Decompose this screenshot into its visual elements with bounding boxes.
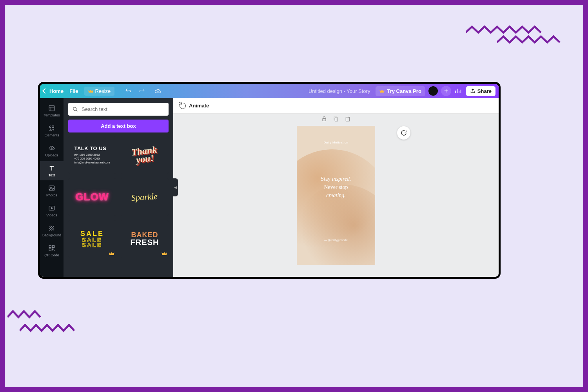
elements-icon: [48, 124, 56, 132]
decoration-zigzag: [466, 25, 544, 34]
rail-templates[interactable]: Templates: [40, 101, 64, 120]
svg-rect-8: [49, 249, 51, 251]
template-line: SALE: [82, 241, 102, 248]
template-text: GLOW: [76, 191, 109, 203]
template-line: you!: [132, 154, 158, 165]
svg-point-1: [49, 126, 51, 128]
videos-icon: [48, 204, 56, 212]
rail-elements[interactable]: Elements: [40, 121, 64, 140]
rail-label: Photos: [46, 193, 57, 197]
rail-photos[interactable]: Photos: [40, 181, 64, 200]
home-label: Home: [49, 88, 64, 94]
file-menu[interactable]: File: [69, 88, 78, 94]
page-tools: [321, 116, 351, 122]
rail-label: Uploads: [45, 153, 58, 157]
design-page[interactable]: Daily Motivation Stay inspired. Never st…: [297, 126, 375, 265]
create-button[interactable]: +: [441, 86, 451, 96]
side-rail: Templates Elements Uploads Text Photos V…: [40, 98, 64, 277]
page-body-text: Stay inspired. Never stop creating.: [297, 175, 375, 200]
rail-videos[interactable]: Videos: [40, 201, 64, 220]
svg-point-9: [73, 107, 76, 110]
qr-icon: [48, 244, 56, 252]
rail-label: Text: [49, 173, 55, 177]
crown-icon: [88, 89, 93, 93]
cloud-sync-icon[interactable]: [154, 87, 162, 95]
pro-badge-icon: [162, 251, 167, 256]
decoration-zigzag: [497, 35, 564, 44]
rail-label: Elements: [44, 133, 59, 137]
svg-rect-0: [49, 105, 54, 111]
text-template-thankyou[interactable]: Thank you!: [121, 136, 169, 174]
svg-rect-3: [49, 186, 54, 191]
share-icon: [470, 88, 475, 94]
search-icon: [72, 106, 78, 113]
search-input-wrapper[interactable]: [68, 103, 169, 116]
text-template-talk[interactable]: TALK TO US (04) 298 3985 2092 +76 209 10…: [68, 136, 116, 174]
svg-rect-10: [323, 118, 326, 121]
template-line: +76 209 1092 4095: [74, 157, 100, 161]
redo-button[interactable]: [138, 87, 146, 95]
add-page-button[interactable]: [345, 116, 351, 122]
photos-icon: [48, 184, 56, 192]
text-icon: [48, 164, 56, 172]
text-template-sparkle[interactable]: Sparkle: [121, 178, 169, 216]
home-button[interactable]: Home: [43, 88, 64, 94]
rail-label: Background: [42, 233, 61, 237]
canvas-area: Animate Daily Motivation Stay inspired. …: [173, 98, 499, 277]
uploads-icon: [48, 144, 56, 152]
try-pro-label: Try Canva Pro: [387, 88, 421, 94]
svg-rect-2: [52, 126, 54, 128]
resize-label: Resize: [95, 88, 111, 94]
lock-button[interactable]: [321, 116, 327, 122]
text-template-glow[interactable]: GLOW: [68, 178, 116, 216]
template-text: Sparkle: [131, 191, 158, 203]
background-icon: [48, 224, 56, 232]
templates-icon: [48, 104, 56, 112]
svg-rect-11: [335, 118, 338, 121]
insights-button[interactable]: [454, 87, 463, 95]
resize-button[interactable]: Resize: [84, 87, 115, 96]
rotate-icon: [400, 129, 407, 136]
page-handle-text: — @reallygreatsite: [297, 239, 375, 241]
share-label: Share: [477, 88, 492, 94]
pro-badge-icon: [109, 251, 114, 256]
add-text-button[interactable]: Add a text box: [68, 120, 169, 132]
animate-icon: [180, 103, 186, 109]
crown-icon: [379, 89, 385, 93]
search-input[interactable]: [82, 106, 165, 112]
topbar: Home File Resize Untitled design - Your …: [40, 84, 499, 98]
text-template-sale[interactable]: SALE SALE SALE: [68, 220, 116, 258]
page-subtitle: Daily Motivation: [297, 141, 375, 144]
design-title[interactable]: Untitled design - Your Story: [309, 88, 370, 94]
template-line: FRESH: [131, 238, 159, 247]
app-window: Home File Resize Untitled design - Your …: [38, 82, 501, 279]
rail-uploads[interactable]: Uploads: [40, 141, 64, 160]
text-templates-grid: TALK TO US (04) 298 3985 2092 +76 209 10…: [68, 136, 169, 258]
avatar[interactable]: [428, 86, 438, 96]
rail-label: Videos: [46, 213, 57, 217]
undo-button[interactable]: [124, 87, 132, 95]
template-line: (04) 298 3985 2092: [74, 153, 100, 157]
template-line: info@mollysrestaurant.com: [74, 161, 110, 165]
rail-background[interactable]: Background: [40, 221, 64, 240]
text-template-baked[interactable]: BAKED FRESH: [121, 220, 169, 258]
share-button[interactable]: Share: [466, 86, 495, 96]
rail-qr[interactable]: QR Code: [40, 241, 64, 260]
try-pro-button[interactable]: Try Canva Pro: [376, 86, 425, 96]
rail-label: QR Code: [44, 253, 59, 257]
duplicate-button[interactable]: [333, 116, 339, 122]
svg-rect-6: [49, 245, 51, 247]
svg-rect-7: [53, 245, 54, 247]
decoration-zigzag: [7, 310, 43, 319]
chevron-left-icon: [42, 88, 48, 94]
rotate-button[interactable]: [397, 126, 410, 140]
context-toolbar: Animate: [173, 98, 499, 114]
decoration-zigzag: [20, 324, 74, 332]
rail-text[interactable]: Text: [40, 161, 64, 180]
rail-label: Templates: [44, 113, 60, 117]
template-heading: TALK TO US: [74, 145, 107, 151]
animate-button[interactable]: Animate: [189, 103, 209, 109]
stage[interactable]: Daily Motivation Stay inspired. Never st…: [173, 114, 499, 277]
text-panel: Add a text box TALK TO US (04) 298 3985 …: [64, 98, 173, 277]
